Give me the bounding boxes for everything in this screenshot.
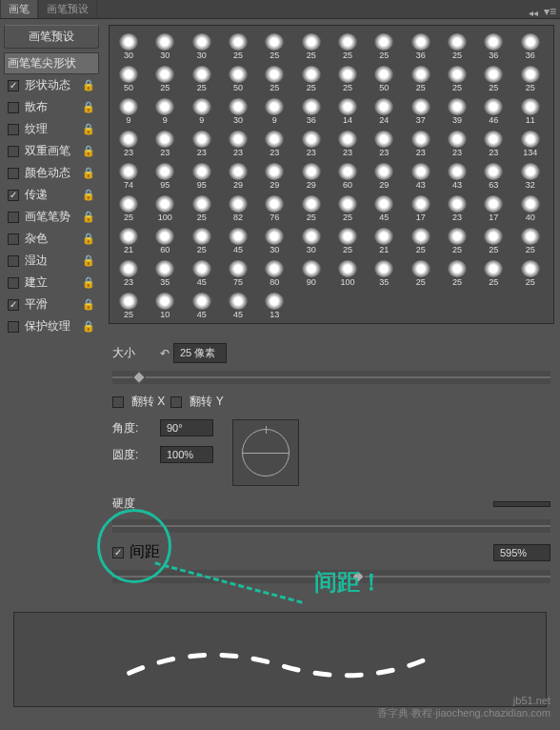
brush-cell[interactable]: 43: [442, 159, 472, 190]
brush-cell[interactable]: 25: [296, 192, 327, 222]
brush-cell[interactable]: 23: [442, 127, 472, 157]
brush-cell[interactable]: 25: [187, 224, 217, 254]
brush-cell[interactable]: 40: [515, 192, 546, 222]
sidebar-checkbox-12[interactable]: [8, 321, 19, 333]
brush-cell[interactable]: 39: [442, 94, 472, 125]
brush-cell[interactable]: 23: [478, 127, 509, 157]
brush-cell[interactable]: 25: [187, 62, 217, 92]
brush-cell[interactable]: 30: [296, 224, 327, 254]
lock-icon[interactable]: 🔒: [82, 233, 95, 245]
brush-cell[interactable]: 60: [150, 224, 180, 254]
brush-cell[interactable]: 25: [223, 30, 253, 60]
hardness-value[interactable]: [493, 501, 550, 507]
angle-preview[interactable]: [232, 419, 299, 486]
brush-cell[interactable]: 50: [223, 62, 253, 92]
lock-icon[interactable]: 🔒: [82, 79, 95, 91]
brush-cell[interactable]: 45: [223, 289, 253, 319]
spacing-slider[interactable]: [112, 570, 550, 583]
brush-cell[interactable]: 25: [332, 224, 363, 254]
lock-icon[interactable]: 🔒: [82, 211, 95, 223]
flip-x-checkbox[interactable]: [112, 396, 124, 408]
spacing-checkbox[interactable]: [112, 547, 124, 558]
brush-cell[interactable]: 50: [113, 62, 144, 92]
sidebar-checkbox-9[interactable]: [8, 255, 19, 267]
brush-cell[interactable]: 32: [515, 159, 546, 190]
brush-cell[interactable]: 23: [332, 127, 363, 157]
size-slider[interactable]: [112, 371, 550, 384]
brush-cell[interactable]: 63: [478, 159, 509, 190]
brush-cell[interactable]: 14: [332, 94, 363, 125]
brush-cell[interactable]: 23: [223, 127, 253, 157]
brush-cell[interactable]: 25: [369, 30, 399, 60]
brush-cell[interactable]: 23: [259, 127, 290, 157]
brush-cell[interactable]: 35: [369, 256, 399, 287]
brush-cell[interactable]: 25: [332, 192, 363, 222]
brush-preset-button[interactable]: 画笔预设: [4, 25, 99, 49]
brush-cell[interactable]: 29: [223, 159, 253, 190]
brush-cell[interactable]: 25: [478, 224, 509, 254]
sidebar-checkbox-7[interactable]: [8, 212, 19, 223]
brush-cell[interactable]: 25: [187, 192, 217, 222]
brush-cell[interactable]: 10: [150, 289, 180, 319]
brush-cell[interactable]: 46: [478, 94, 509, 125]
brush-cell[interactable]: 76: [259, 192, 290, 222]
brush-cell[interactable]: 17: [478, 192, 509, 222]
sidebar-item-6[interactable]: 传递🔒: [4, 184, 99, 206]
brush-cell[interactable]: 45: [187, 256, 217, 287]
brush-cell[interactable]: 25: [442, 256, 472, 287]
sidebar-item-5[interactable]: 颜色动态🔒: [4, 162, 99, 184]
brush-cell[interactable]: 25: [113, 192, 144, 222]
sidebar-checkbox-5[interactable]: [8, 168, 19, 179]
brush-cell[interactable]: 36: [406, 30, 436, 60]
brush-cell[interactable]: 82: [223, 192, 253, 222]
sidebar-item-10[interactable]: 建立🔒: [4, 272, 99, 294]
tab-brush-presets[interactable]: 画笔预设: [38, 0, 97, 18]
tab-brush[interactable]: 画笔: [0, 0, 38, 18]
lock-icon[interactable]: 🔒: [82, 123, 95, 135]
brush-cell[interactable]: 36: [478, 30, 509, 60]
brush-cell[interactable]: 25: [113, 289, 144, 319]
brush-cell[interactable]: 60: [332, 159, 363, 190]
brush-cell[interactable]: 25: [478, 256, 509, 287]
sidebar-item-8[interactable]: 杂色🔒: [4, 228, 99, 250]
brush-cell[interactable]: 25: [332, 62, 363, 92]
brush-cell[interactable]: 75: [223, 256, 253, 287]
brush-cell[interactable]: 25: [150, 62, 180, 92]
sidebar-checkbox-2[interactable]: [8, 102, 19, 113]
brush-cell[interactable]: 25: [515, 224, 546, 254]
brush-cell[interactable]: 25: [515, 256, 546, 287]
brush-cell[interactable]: 95: [187, 159, 217, 190]
brush-cell[interactable]: 36: [515, 30, 546, 60]
brush-cell[interactable]: 23: [406, 127, 436, 157]
lock-icon[interactable]: 🔒: [82, 189, 95, 201]
brush-cell[interactable]: 9: [259, 94, 290, 125]
brush-cell[interactable]: 25: [259, 30, 290, 60]
brush-cell[interactable]: 45: [187, 289, 217, 319]
hardness-slider[interactable]: [112, 519, 550, 533]
brush-cell[interactable]: 30: [259, 224, 290, 254]
brush-cell[interactable]: 25: [442, 30, 472, 60]
brush-cell[interactable]: 11: [515, 94, 546, 125]
brush-cell[interactable]: 50: [369, 62, 399, 92]
lock-icon[interactable]: 🔒: [82, 167, 95, 179]
reset-size-icon[interactable]: ↶: [160, 347, 170, 360]
sidebar-checkbox-10[interactable]: [8, 277, 19, 289]
sidebar-checkbox-6[interactable]: [8, 190, 19, 201]
sidebar-item-4[interactable]: 双重画笔🔒: [4, 140, 99, 162]
flip-y-checkbox[interactable]: [170, 396, 182, 408]
brush-cell[interactable]: 30: [223, 94, 253, 125]
size-value[interactable]: 25 像素: [173, 343, 227, 363]
brush-cell[interactable]: 24: [369, 94, 399, 125]
brush-cell[interactable]: 21: [113, 224, 144, 254]
brush-cell[interactable]: 25: [406, 256, 436, 287]
brush-cell[interactable]: 13: [259, 289, 290, 319]
brush-cell[interactable]: 29: [369, 159, 399, 190]
brush-cell[interactable]: 25: [442, 224, 472, 254]
sidebar-item-7[interactable]: 画笔笔势🔒: [4, 206, 99, 228]
brush-cell[interactable]: 45: [369, 192, 399, 222]
brush-cell[interactable]: 74: [113, 159, 144, 190]
panel-menu-icon[interactable]: ▾≡: [544, 5, 556, 18]
sidebar-item-12[interactable]: 保护纹理🔒: [4, 315, 99, 337]
brush-cell[interactable]: 37: [406, 94, 436, 125]
brush-cell[interactable]: 25: [332, 30, 363, 60]
